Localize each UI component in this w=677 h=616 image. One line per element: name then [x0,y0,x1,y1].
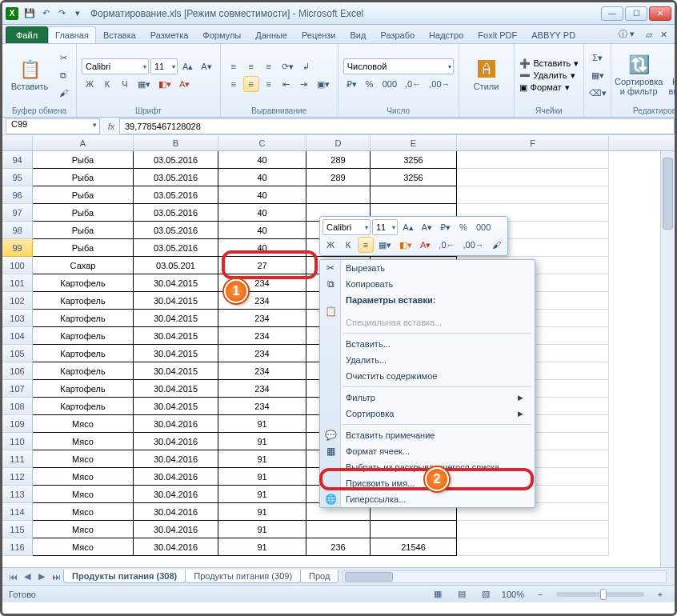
mini-format-painter-icon[interactable]: 🖌 [489,237,505,253]
sheet-nav-next-icon[interactable]: ▶ [34,570,49,584]
cell[interactable]: 03.05.2016 [134,222,218,239]
sheet-nav-prev-icon[interactable]: ◀ [20,570,34,584]
ctx-delete[interactable]: Удалить... [320,352,535,368]
indent-decrease-icon[interactable]: ⇤ [278,76,294,92]
ctx-hyperlink[interactable]: 🌐Гиперссылка... [320,491,535,507]
cell[interactable] [457,186,609,204]
align-middle-icon[interactable]: ≡ [243,58,259,74]
cell[interactable]: 91 [218,486,306,503]
cell[interactable]: Мясо [33,468,134,486]
cell[interactable]: Картофель [33,398,134,415]
font-size-combo[interactable]: 11 [150,58,178,74]
mini-italic-button[interactable]: К [340,237,356,253]
cell[interactable]: 91 [218,415,306,433]
row-header[interactable]: 106 [2,362,33,380]
cell[interactable]: 30.04.2016 [134,433,218,450]
cell[interactable]: 40 [218,204,306,222]
qa-undo-icon[interactable]: ↶ [38,6,53,21]
wrap-text-icon[interactable]: ↲ [298,58,314,74]
currency-icon[interactable]: ₽▾ [343,76,360,92]
hscroll-thumb[interactable] [345,572,393,582]
styles-button[interactable]: 🅰 Стили [464,59,509,91]
sheet-nav-last-icon[interactable]: ⏭ [49,570,63,584]
cell[interactable]: 234 [218,362,306,380]
cell[interactable]: 91 [218,503,306,521]
shrink-font-icon[interactable]: A▾ [198,58,214,74]
insert-cells-label[interactable]: Вставить [534,58,571,68]
font-name-combo[interactable]: Calibri [82,58,149,74]
maximize-button[interactable]: ☐ [625,6,647,21]
decrease-decimal-icon[interactable]: ,00→ [426,76,453,92]
orientation-icon[interactable]: ⟳▾ [278,58,297,74]
ctx-copy[interactable]: ⧉Копировать [320,276,535,292]
cell[interactable]: 91 [218,521,306,538]
cell[interactable]: 234 [218,380,306,398]
cell[interactable]: Картофель [33,380,134,398]
cell[interactable]: 234 [218,345,306,362]
row-header[interactable]: 107 [2,380,33,398]
cell[interactable]: 234 [218,327,306,345]
col-header-f[interactable]: F [457,135,609,150]
sort-filter-button[interactable]: 🔃 Сортировка и фильтр [616,54,661,96]
row-header[interactable]: 110 [2,433,33,450]
cell[interactable]: 30.04.2016 [134,468,218,486]
select-all-corner[interactable] [2,135,33,150]
cell[interactable] [371,521,457,538]
paste-button[interactable]: 📋 Вставить [7,59,52,91]
cell[interactable] [371,186,457,204]
dd-icon[interactable]: ▾ [571,70,575,81]
cell[interactable]: 289 [306,151,371,169]
tab-abbyy[interactable]: ABBYY PD [524,26,583,43]
ctx-filter[interactable]: Фильтр▶ [320,390,535,406]
cell[interactable]: 3256 [371,169,457,186]
indent-increase-icon[interactable]: ⇥ [296,76,312,92]
mini-font-combo[interactable]: Calibri [322,219,371,235]
cell[interactable]: 234 [218,398,306,415]
delete-cells-label[interactable]: Удалить [534,70,567,80]
cell[interactable]: 30.04.2015 [134,292,218,310]
cell[interactable]: Рыба [33,204,134,222]
cell[interactable]: 3256 [371,151,457,169]
insert-cells-icon[interactable]: ➕ [519,58,531,69]
cell[interactable]: 03.05.2016 [134,169,218,186]
col-header-d[interactable]: D [306,135,371,150]
cell[interactable] [306,186,371,204]
mini-border-icon[interactable]: ▦▾ [375,237,395,253]
increase-decimal-icon[interactable]: ,0← [402,76,424,92]
qa-save-icon[interactable]: 💾 [22,6,37,21]
cell[interactable]: Картофель [33,292,134,310]
name-box[interactable]: C99 [6,118,100,134]
mini-shrink-font-icon[interactable]: A▾ [419,219,435,235]
autosum-icon[interactable]: Σ▾ [589,50,606,66]
format-cells-label[interactable]: Формат [531,82,562,92]
sheet-tab-active[interactable]: Продукты питания (308) [63,570,186,583]
fill-down-icon[interactable]: ▦▾ [589,67,606,83]
cell[interactable]: 91 [218,450,306,468]
bold-button[interactable]: Ж [82,76,98,92]
formula-input[interactable]: 39,7785467128028 [119,118,675,134]
tab-developer[interactable]: Разрабо [373,26,422,43]
cell[interactable]: Картофель [33,345,134,362]
cell[interactable]: 30.04.2015 [134,380,218,398]
cell[interactable]: 30.04.2015 [134,345,218,362]
ctx-clear[interactable]: Очистить содержимое [320,368,535,384]
cell[interactable]: 30.04.2016 [134,450,218,468]
mini-dec-dec-icon[interactable]: ,00→ [460,237,487,253]
grow-font-icon[interactable]: A▴ [179,58,196,74]
cell[interactable]: 30.04.2016 [134,503,218,521]
cell[interactable]: 30.04.2015 [134,274,218,292]
mini-currency-icon[interactable]: ₽▾ [437,219,454,235]
col-header-c[interactable]: C [218,135,306,150]
mini-dec-inc-icon[interactable]: ,0← [435,237,458,253]
row-header[interactable]: 97 [2,204,33,222]
mini-comma-icon[interactable]: 000 [473,219,494,235]
row-header[interactable]: 98 [2,222,33,239]
tab-formulas[interactable]: Формулы [195,26,248,43]
cell[interactable]: 03.05.2016 [134,151,218,169]
tab-data[interactable]: Данные [248,26,294,43]
cell[interactable]: Картофель [33,310,134,327]
align-top-icon[interactable]: ≡ [226,58,242,74]
align-left-icon[interactable]: ≡ [226,76,242,92]
mini-fill-icon[interactable]: ◧▾ [396,237,415,253]
cell[interactable]: 30.04.2016 [134,486,218,503]
